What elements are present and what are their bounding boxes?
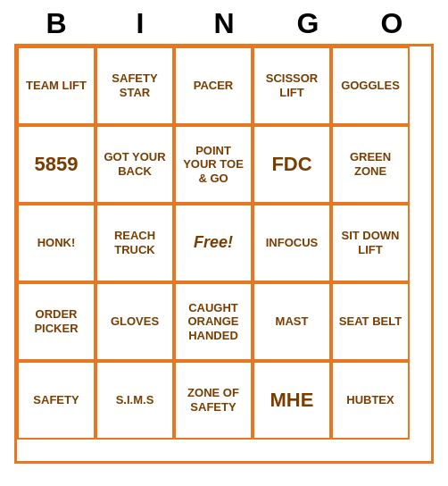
bingo-header: BINGO [14, 0, 434, 44]
bingo-cell-17: CAUGHT ORANGE HANDED [174, 282, 253, 361]
bingo-letter-G: G [272, 7, 344, 40]
bingo-cell-12: Free! [174, 204, 253, 282]
bingo-cell-15: ORDER PICKER [17, 282, 95, 361]
bingo-cell-20: SAFETY [17, 361, 95, 440]
bingo-cell-7: POINT YOUR TOE & GO [174, 125, 253, 204]
bingo-cell-4: GOGGLES [331, 46, 410, 125]
bingo-cell-0: TEAM LIFT [17, 46, 95, 125]
bingo-cell-16: GLOVES [95, 282, 174, 361]
bingo-grid: TEAM LIFTSAFETY STARPACERSCISSOR LIFTGOG… [14, 44, 434, 464]
bingo-letter-I: I [104, 7, 176, 40]
bingo-cell-14: SIT DOWN LIFT [331, 204, 410, 282]
bingo-cell-13: INFOCUS [253, 204, 331, 282]
bingo-cell-24: HUBTEX [331, 361, 410, 440]
bingo-cell-19: SEAT BELT [331, 282, 410, 361]
bingo-cell-2: PACER [174, 46, 253, 125]
bingo-cell-1: SAFETY STAR [95, 46, 174, 125]
bingo-cell-6: GOT YOUR BACK [95, 125, 174, 204]
bingo-cell-18: MAST [253, 282, 331, 361]
bingo-cell-23: MHE [253, 361, 331, 440]
bingo-cell-8: FDC [253, 125, 331, 204]
bingo-letter-O: O [356, 7, 427, 40]
bingo-letter-B: B [21, 7, 92, 40]
bingo-cell-21: S.I.M.S [95, 361, 174, 440]
bingo-cell-9: GREEN ZONE [331, 125, 410, 204]
bingo-cell-5: 5859 [17, 125, 95, 204]
bingo-cell-3: SCISSOR LIFT [253, 46, 331, 125]
bingo-cell-11: REACH TRUCK [95, 204, 174, 282]
bingo-cell-22: ZONE OF SAFETY [174, 361, 253, 440]
bingo-cell-10: HONK! [17, 204, 95, 282]
bingo-letter-N: N [188, 7, 260, 40]
